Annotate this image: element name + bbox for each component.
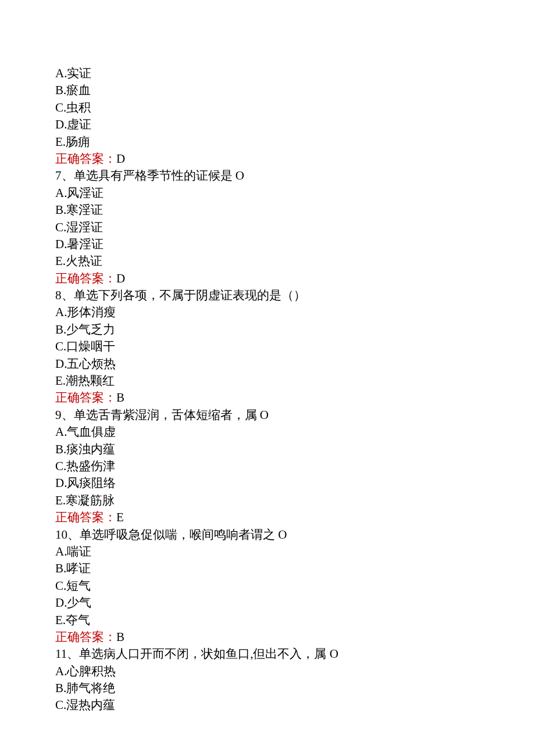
option-text: C.湿淫证 (55, 220, 103, 234)
question-stem: 8、单选下列各项，不属于阴虚证表现的是（） (55, 287, 535, 304)
question-full-text: 11、单选病人口开而不闭，状如鱼口,但出不入，属 O (55, 647, 338, 661)
option-line: E.夺气 (55, 612, 535, 629)
option-text: D.暑淫证 (55, 237, 104, 251)
option-line: D.五心烦热 (55, 356, 535, 372)
option-text: B.痰浊内蕴 (55, 442, 115, 456)
option-line: E.潮热颗红 (55, 372, 535, 389)
option-line: A.喘证 (55, 543, 535, 560)
option-line: E.寒凝筋脉 (55, 492, 535, 509)
answer-value: D (116, 152, 126, 166)
option-text: C.虫积 (55, 101, 91, 114)
option-line: D.暑淫证 (55, 236, 535, 253)
option-line: C.湿热内蕴 (55, 697, 535, 714)
question-stem: 10、单选呼吸急促似喘，喉间鸣响者谓之 O (55, 526, 535, 543)
option-text: D.虚证 (55, 117, 91, 131)
answer-value: D (116, 271, 126, 285)
question-full-text: 9、单选舌青紫湿润，舌体短缩者，属 O (55, 408, 269, 422)
answer-value: B (116, 390, 125, 404)
option-line: B.寒淫证 (55, 202, 535, 218)
option-line: C.热盛伤津 (55, 458, 535, 475)
option-line: D.少气 (55, 594, 535, 611)
option-text: A.气血俱虚 (55, 425, 116, 439)
option-text: C.短气 (55, 579, 91, 593)
option-text: C.湿热内蕴 (55, 698, 115, 712)
option-text: B.寒淫证 (55, 203, 103, 217)
option-text: D.五心烦热 (55, 357, 116, 371)
option-text: D.风痰阻络 (55, 476, 116, 490)
answer-line: 正确答案：E (55, 509, 535, 526)
answer-label: 正确答案： (55, 152, 116, 166)
option-line: C.湿淫证 (55, 219, 535, 236)
answer-label: 正确答案： (55, 510, 116, 524)
option-text: A.风淫证 (55, 186, 104, 200)
option-line: B.少气乏力 (55, 321, 535, 338)
option-line: B.哮证 (55, 560, 535, 577)
answer-line: 正确答案：B (55, 629, 535, 646)
option-line: C.短气 (55, 578, 535, 594)
option-text: C.口燥咽干 (55, 339, 115, 353)
option-text: E.肠痈 (55, 135, 90, 149)
option-line: C.虫积 (55, 99, 535, 116)
answer-line: 正确答案：B (55, 389, 535, 406)
answer-label: 正确答案： (55, 630, 116, 644)
option-line: A.气血俱虚 (55, 424, 535, 440)
option-text: B.少气乏力 (55, 323, 115, 336)
question-full-text: 7、单选具有严格季节性的证候是 O (55, 169, 244, 182)
option-text: B.哮证 (55, 561, 91, 575)
option-line: E.肠痈 (55, 134, 535, 151)
option-text: A.实证 (55, 66, 91, 80)
option-line: C.口燥咽干 (55, 338, 535, 355)
option-text: E.夺气 (55, 613, 90, 627)
option-text: B.肺气将绝 (55, 681, 115, 695)
option-line: A.风淫证 (55, 185, 535, 202)
question-full-text: 10、单选呼吸急促似喘，喉间鸣响者谓之 O (55, 528, 287, 542)
question-stem: 7、单选具有严格季节性的证候是 O (55, 167, 535, 184)
option-line: D.风痰阻络 (55, 475, 535, 492)
answer-line: 正确答案：D (55, 270, 535, 287)
option-line: D.虚证 (55, 116, 535, 133)
option-line: A.心脾积热 (55, 663, 535, 680)
option-text: A.喘证 (55, 544, 91, 558)
option-text: A.心脾积热 (55, 664, 116, 678)
answer-value: B (116, 630, 125, 644)
answer-value: E (116, 510, 124, 524)
question-stem: 9、单选舌青紫湿润，舌体短缩者，属 O (55, 407, 535, 424)
option-text: E.寒凝筋脉 (55, 493, 115, 507)
answer-line: 正确答案：D (55, 151, 535, 167)
option-text: B.瘀血 (55, 83, 91, 97)
option-line: E.火热证 (55, 253, 535, 270)
option-text: C.热盛伤津 (55, 459, 115, 473)
question-stem: 11、单选病人口开而不闭，状如鱼口,但出不入，属 O (55, 646, 535, 662)
option-line: B.瘀血 (55, 82, 535, 99)
option-text: A.形体消瘦 (55, 305, 116, 319)
question-full-text: 8、单选下列各项，不属于阴虚证表现的是（） (55, 288, 306, 302)
answer-label: 正确答案： (55, 271, 116, 285)
option-line: A.形体消瘦 (55, 304, 535, 321)
option-text: D.少气 (55, 596, 91, 610)
answer-label: 正确答案： (55, 390, 116, 404)
option-line: B.肺气将绝 (55, 680, 535, 697)
option-line: B.痰浊内蕴 (55, 441, 535, 458)
option-text: E.潮热颗红 (55, 374, 115, 388)
option-line: A.实证 (55, 65, 535, 82)
option-text: E.火热证 (55, 254, 102, 268)
